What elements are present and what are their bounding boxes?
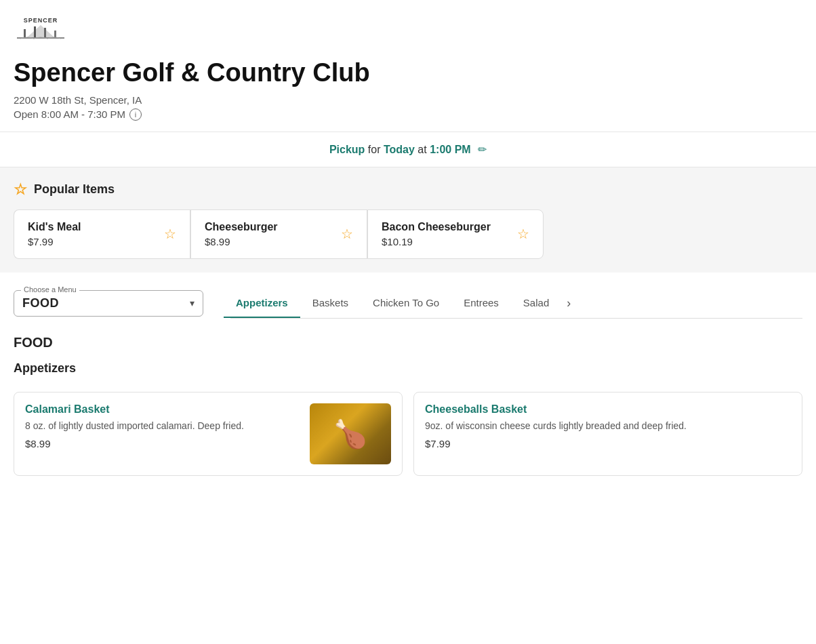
tab-salad[interactable]: Salad [511, 289, 561, 318]
menu-item-text: Calamari Basket 8 oz. of lightly dusted … [25, 403, 310, 450]
popular-item-name: Cheeseburger [205, 221, 278, 233]
popular-item-card[interactable]: Bacon Cheeseburger $10.19 ☆ [367, 209, 544, 259]
food-section-title: FOOD [14, 335, 802, 350]
popular-title: Popular Items [34, 182, 115, 197]
menu-item-desc: 8 oz. of lightly dusted imported calamar… [25, 420, 299, 433]
tab-entrees[interactable]: Entrees [451, 289, 511, 318]
popular-item-price: $7.99 [28, 236, 81, 247]
popular-item-name: Kid's Meal [28, 221, 81, 233]
tab-appetizers[interactable]: Appetizers [224, 289, 300, 318]
pickup-at-text: at [417, 144, 430, 155]
popular-item-card[interactable]: Cheeseburger $8.99 ☆ [190, 209, 367, 259]
favorite-star-icon[interactable]: ☆ [341, 226, 353, 242]
info-icon[interactable]: i [129, 108, 142, 121]
svg-rect-5 [54, 31, 56, 37]
menu-select-label: Choose a Menu [21, 285, 79, 294]
menu-item-name: Cheeseballs Basket [425, 403, 780, 416]
svg-rect-4 [44, 28, 46, 37]
svg-marker-1 [27, 25, 54, 37]
restaurant-hours: Open 8:00 AM - 7:30 PM i [14, 108, 802, 121]
menu-items-grid: Calamari Basket 8 oz. of lightly dusted … [0, 392, 816, 489]
menu-select-value: FOOD [22, 296, 176, 310]
popular-item-info: Cheeseburger $8.99 [205, 221, 278, 247]
pickup-day: Today [384, 144, 415, 155]
popular-item-card[interactable]: Kid's Meal $7.99 ☆ [14, 209, 190, 259]
logo-image [17, 24, 64, 47]
menu-select[interactable]: Choose a Menu FOOD ▾ [14, 290, 203, 317]
menu-item-price: $7.99 [425, 438, 780, 449]
tab-chicken-to-go[interactable]: Chicken To Go [361, 289, 451, 318]
logo-text: Spencer [24, 17, 58, 24]
restaurant-logo: Spencer [14, 14, 68, 51]
logo-area: Spencer [14, 14, 802, 51]
pickup-for-text: for [368, 144, 384, 155]
menu-item-image [310, 403, 391, 464]
favorite-star-icon[interactable]: ☆ [164, 226, 176, 242]
restaurant-address: 2200 W 18th St, Spencer, IA [14, 94, 802, 106]
pickup-bar: Pickup for Today at 1:00 PM ✏ [0, 132, 816, 167]
restaurant-header: Spencer Spencer Golf & Country Club 2200… [0, 0, 816, 132]
menu-item-name: Calamari Basket [25, 403, 299, 416]
food-section: FOOD Appetizers [0, 319, 816, 392]
menu-item-card[interactable]: Calamari Basket 8 oz. of lightly dusted … [14, 392, 403, 476]
popular-header: ☆ Popular Items [14, 181, 802, 199]
popular-items-row: Kid's Meal $7.99 ☆ Cheeseburger $8.99 ☆ … [14, 209, 802, 259]
pickup-time: 1:00 PM [430, 144, 470, 155]
menu-item-price: $8.99 [25, 438, 299, 449]
restaurant-name: Spencer Golf & Country Club [14, 58, 802, 89]
edit-icon[interactable]: ✏ [478, 144, 487, 155]
menu-controls: Choose a Menu FOOD ▾ Appetizers Baskets … [0, 273, 816, 318]
popular-item-price: $10.19 [382, 236, 491, 247]
tabs-more-icon[interactable]: › [561, 291, 576, 316]
appetizers-subsection-title: Appetizers [14, 361, 802, 376]
popular-item-info: Kid's Meal $7.99 [28, 221, 81, 247]
pickup-label: Pickup [329, 144, 365, 155]
menu-item-card[interactable]: Cheeseballs Basket 9oz. of wisconsin che… [413, 392, 802, 476]
popular-section: ☆ Popular Items Kid's Meal $7.99 ☆ Chees… [0, 167, 816, 273]
menu-tabs: Appetizers Baskets Chicken To Go Entrees… [224, 289, 802, 318]
tab-baskets[interactable]: Baskets [300, 289, 361, 318]
svg-rect-3 [34, 26, 36, 37]
popular-item-name: Bacon Cheeseburger [382, 221, 491, 233]
chevron-down-icon: ▾ [190, 298, 195, 308]
svg-rect-2 [24, 29, 26, 37]
popular-item-info: Bacon Cheeseburger $10.19 [382, 221, 491, 247]
popular-item-price: $8.99 [205, 236, 278, 247]
menu-item-desc: 9oz. of wisconsin cheese curds lightly b… [425, 420, 780, 433]
favorite-star-icon[interactable]: ☆ [517, 226, 529, 242]
menu-item-text: Cheeseballs Basket 9oz. of wisconsin che… [425, 403, 791, 450]
popular-star-icon: ☆ [14, 181, 27, 199]
